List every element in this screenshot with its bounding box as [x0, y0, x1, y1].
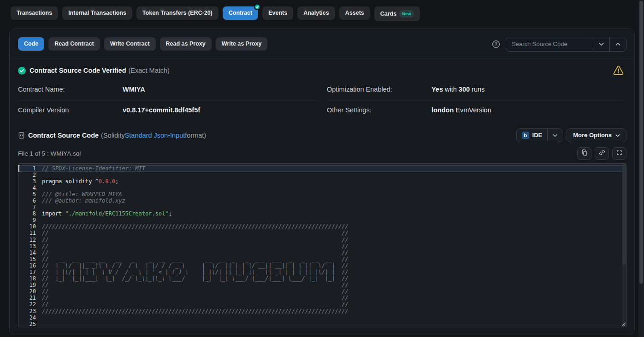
contract-name-label: Contract Name:: [18, 86, 123, 93]
code-line: 3pragma solidity ^0.8.0;: [18, 178, 626, 185]
copy-icon: [581, 149, 588, 157]
tab-cards[interactable]: Cards New: [374, 6, 420, 21]
code-line: 14// //: [18, 250, 626, 256]
code-line: 5/// @title: WRAPPED MIYA: [18, 191, 626, 198]
permalink-button[interactable]: [595, 147, 609, 160]
code-line: 21// //: [18, 295, 626, 301]
code-text: ////////////////////////////////////////…: [42, 308, 349, 314]
line-number: 20: [18, 288, 36, 295]
code-line: 7: [18, 204, 626, 210]
standard-json-input-link[interactable]: Standard Json-Input: [125, 132, 185, 139]
search-next-button[interactable]: [593, 37, 609, 51]
compiler-version-value: v0.8.17+commit.8df45f5f: [123, 106, 200, 114]
optimization-value: Yes with 300 runs: [431, 86, 484, 93]
line-number: 13: [18, 243, 36, 250]
warning-icon[interactable]: [613, 65, 624, 76]
ide-button[interactable]: b IDE: [517, 129, 548, 142]
tab-contract[interactable]: Contract: [223, 6, 258, 20]
page-scrollbar-thumb[interactable]: [639, 1, 643, 284]
tab-events[interactable]: Events: [262, 6, 293, 20]
line-number: 6: [18, 198, 36, 204]
line-number: 21: [18, 295, 36, 301]
chevron-up-icon: [615, 41, 620, 47]
search-input[interactable]: [506, 37, 593, 51]
line-number: 23: [18, 308, 36, 314]
chevron-down-icon: [615, 132, 620, 139]
line-number: 2: [18, 172, 36, 178]
tab-bar: Transactions Internal Transactions Token…: [0, 0, 644, 21]
code-text: // //: [42, 243, 349, 250]
compiler-version-row: Compiler Version v0.8.17+commit.8df45f5f: [18, 100, 318, 121]
tab-label: Internal Transactions: [68, 10, 126, 16]
ide-dropdown-button[interactable]: [547, 129, 562, 142]
other-settings-label: Other Settings:: [327, 106, 431, 114]
code-text: // //: [42, 282, 349, 288]
other-settings-value: london EvmVersion: [431, 106, 491, 114]
search-prev-button[interactable]: [609, 37, 626, 51]
code-text: // | \/ ||_ _|\ \ / / / \ | |/ / / _ \ |…: [42, 262, 349, 269]
tab-label: Analytics: [303, 10, 329, 16]
code-editor[interactable]: 1// SPDX-License-Identifier: MIT23pragma…: [18, 163, 626, 327]
expand-button[interactable]: [612, 147, 626, 160]
write-contract-button[interactable]: Write Contract: [104, 37, 156, 51]
tab-label: Contract: [229, 10, 252, 16]
line-number: 17: [18, 269, 36, 275]
code-line: 2: [18, 172, 626, 178]
verified-subtitle: (Exact Match): [129, 67, 170, 74]
code-line: 23//////////////////////////////////////…: [18, 308, 626, 314]
page-scrollbar[interactable]: [638, 0, 644, 337]
code-text: // //: [42, 250, 349, 256]
code-tab-button[interactable]: Code: [18, 37, 44, 51]
expand-icon: [616, 150, 622, 157]
line-number: 11: [18, 230, 36, 236]
code-line: 15// __ __ ___ __ __ _ _ __ ___ __ __ _ …: [18, 256, 626, 262]
code-text: // //: [42, 237, 349, 243]
read-as-proxy-button[interactable]: Read as Proxy: [160, 37, 212, 51]
code-line: 1// SPDX-License-Identifier: MIT: [18, 165, 626, 172]
line-number: 10: [18, 223, 36, 230]
tab-analytics[interactable]: Analytics: [297, 6, 335, 20]
contract-card: Code Read Contract Write Contract Read a…: [9, 29, 635, 335]
write-as-proxy-button[interactable]: Write as Proxy: [216, 37, 268, 51]
line-number: 9: [18, 217, 36, 223]
line-number: 3: [18, 178, 36, 185]
code-line: 24: [18, 314, 626, 321]
read-contract-button[interactable]: Read Contract: [48, 37, 100, 51]
tab-internal-transactions[interactable]: Internal Transactions: [62, 6, 132, 20]
more-options-button[interactable]: More Options: [567, 128, 626, 142]
help-icon[interactable]: ?: [492, 40, 500, 48]
source-code-title: Contract Source Code: [28, 132, 99, 139]
editor-scrollbar[interactable]: [622, 164, 626, 327]
code-line: 9: [18, 217, 626, 223]
optimization-label: Optimization Enabled:: [327, 86, 431, 93]
blockscan-ide-icon: b: [522, 132, 529, 139]
contract-details: Contract Name: WMIYA Compiler Version v0…: [10, 78, 634, 121]
cursor: [18, 165, 19, 172]
line-number: 19: [18, 282, 36, 288]
format-text-pre: (Solidity: [101, 132, 125, 139]
check-circle-icon: [18, 67, 26, 75]
code-line: 18// |_| |_||___| |_| /_/ \_\|_|\_\ \___…: [18, 275, 626, 282]
tab-label: Token Transfers (ERC-20): [142, 10, 213, 16]
source-code-header: Contract Source Code (Solidity Standard …: [10, 128, 634, 142]
link-icon: [598, 149, 606, 157]
tab-transactions[interactable]: Transactions: [11, 6, 58, 20]
resize-handle-icon[interactable]: [620, 321, 626, 326]
file-row: File 1 of 5 : WMIYA.sol: [10, 142, 634, 163]
ide-button-group: b IDE: [516, 128, 563, 142]
copy-button[interactable]: [577, 147, 591, 160]
code-line: 22// //: [18, 301, 626, 308]
code-line: 20// //: [18, 288, 626, 295]
tab-assets[interactable]: Assets: [339, 6, 370, 20]
code-text: // //: [42, 288, 349, 295]
editor-scrollbar-thumb[interactable]: [622, 164, 626, 265]
file-actions: [577, 147, 626, 160]
details-right-column: Optimization Enabled: Yes with 300 runs …: [327, 80, 626, 121]
code-text: ////////////////////////////////////////…: [42, 223, 349, 230]
code-text: // //: [42, 301, 349, 308]
tab-token-transfers[interactable]: Token Transfers (ERC-20): [136, 6, 219, 20]
chevron-down-icon: [599, 41, 604, 47]
line-number: 22: [18, 301, 36, 308]
code-line: 4: [18, 185, 626, 191]
verified-row: Contract Source Code Verified (Exact Mat…: [10, 58, 634, 78]
